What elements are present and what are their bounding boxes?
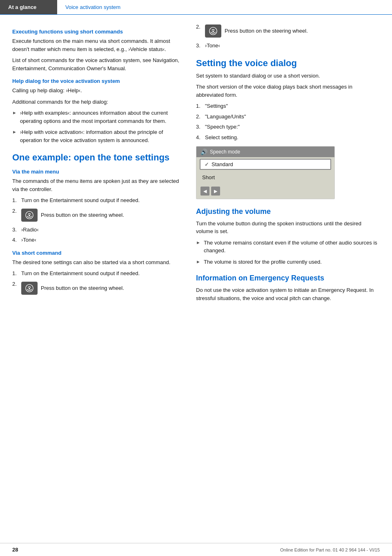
setting-step-2: 2. "Language/Units" (196, 113, 380, 121)
speech-mode-screenshot: 🔊 Speech mode ✓ Standard Short ◀ ▶ (196, 146, 335, 199)
adjusting-p: Turn the volume button during the spoken… (196, 220, 380, 236)
adjusting-title: Adjusting the volume (196, 207, 380, 216)
step-main-1: 1. Turn on the Entertainment sound outpu… (12, 196, 180, 205)
via-short-p: The desired tone settings can also be st… (12, 258, 180, 267)
bullet-arrow-icon-1: ► (12, 109, 17, 116)
help-bullet-text-1: ›Help with examples‹: announces informat… (20, 109, 180, 125)
emergency-title: Information on Emergency Requests (196, 274, 380, 283)
main-content: Executing functions using short commands… (0, 15, 392, 305)
setting-step-4: 4. Select setting. (196, 133, 380, 142)
speech-mode-body: ✓ Standard Short ◀ ▶ (196, 157, 334, 199)
right-step-3: 3. ›Tone‹ (196, 42, 380, 50)
step-short-1: 1. Turn on the Entertainment sound outpu… (12, 269, 180, 278)
bullet-arrow-adjust-1: ► (196, 239, 200, 246)
setting-steps-list: 1. "Settings" 2. "Language/Units" 3. "Sp… (196, 102, 380, 141)
help-bullet-1: ► ›Help with examples‹: announces inform… (12, 109, 180, 125)
via-short-title: Via short command (12, 250, 180, 256)
executing-p2: List of short commands for the voice act… (12, 56, 180, 72)
footer-edition-text: Online Edition for Part no. 01 40 2 964 … (280, 547, 380, 552)
executing-p1: Execute functions on the main menu via s… (12, 37, 180, 53)
help-dialog-title: Help dialog for the voice activation sys… (12, 78, 180, 84)
svg-point-1 (29, 215, 30, 216)
bullet-arrow-icon-2: ► (12, 129, 17, 136)
setting-step-1: 1. "Settings" (196, 102, 380, 110)
setting-step-3: 3. "Speech type:" (196, 123, 380, 131)
svg-point-3 (29, 288, 30, 289)
checkmark-icon: ✓ (205, 161, 209, 167)
help-dialog-p1: Calling up help dialog: ›Help‹. (12, 87, 180, 95)
help-dialog-p2: Additional commands for the help dialog: (12, 98, 180, 106)
help-bullets-list: ► ›Help with examples‹: announces inform… (12, 109, 180, 144)
adjust-bullet-text-1: The volume remains constant even if the … (204, 239, 380, 255)
left-column: Executing functions using short commands… (0, 23, 188, 305)
step-main-3: 3. ›Radio‹ (12, 226, 180, 234)
step-main-4: 4. ›Tone‹ (12, 236, 180, 244)
help-bullet-2: ► ›Help with voice activation‹: informat… (12, 128, 180, 144)
speech-mode-title: Speech mode (210, 149, 240, 155)
steering-wheel-button-icon-right (21, 282, 38, 295)
steering-wheel-button-icon-left (21, 209, 38, 222)
steps-main-list: 1. Turn on the Entertainment sound outpu… (12, 196, 180, 244)
page-number: 28 (12, 547, 18, 553)
emergency-p: Do not use the voice activation system t… (196, 286, 380, 302)
right-column: 2. Press button on the steering wheel. 3… (188, 23, 392, 305)
header-at-a-glance: At a glance (8, 4, 36, 10)
right-step-2: 2. Press button on the steering wheel. (196, 23, 380, 39)
speech-option-standard: ✓ Standard (200, 159, 331, 170)
speech-option-short: Short (196, 172, 334, 182)
via-main-title: Via the main menu (12, 169, 180, 175)
right-step-area: 2. Press button on the steering wheel. 3… (196, 23, 380, 50)
executing-title: Executing functions using short commands (12, 29, 180, 35)
header-voice-activation: Voice activation system (65, 4, 120, 10)
speech-mode-icon: 🔊 (200, 149, 207, 155)
adjust-bullet-1: ► The volume remains constant even if th… (196, 239, 380, 255)
nav-left-arrow[interactable]: ◀ (200, 187, 209, 196)
via-main-p: The commands of the menu items are spoke… (12, 177, 180, 193)
steering-btn-icon-r2 (205, 24, 221, 38)
page-footer: 28 Online Edition for Part no. 01 40 2 9… (0, 543, 392, 556)
header-section-right: Voice activation system (57, 0, 129, 14)
speech-nav-arrows: ◀ ▶ (196, 185, 334, 197)
page-header: At a glance Voice activation system (0, 0, 392, 15)
bullet-arrow-adjust-2: ► (196, 258, 200, 265)
step-short-2: 2. Press button on the steering wheel. (12, 280, 180, 296)
adjust-bullet-2: ► The volume is stored for the profile c… (196, 258, 380, 266)
adjust-bullets-list: ► The volume remains constant even if th… (196, 239, 380, 266)
help-bullet-text-2: ›Help with voice activation‹: informatio… (20, 128, 180, 144)
setting-voice-title: Setting the voice dialog (196, 58, 380, 69)
setting-voice-p2: The short version of the voice dialog pl… (196, 83, 380, 99)
svg-point-5 (212, 31, 214, 32)
header-section-left: At a glance (0, 0, 57, 14)
nav-right-arrow[interactable]: ▶ (211, 187, 220, 196)
adjust-bullet-text-2: The volume is stored for the profile cur… (204, 258, 322, 266)
speech-mode-header: 🔊 Speech mode (196, 147, 334, 157)
one-example-title: One example: open the tone settings (12, 152, 180, 163)
setting-voice-p1: Set system to standard dialog or use a s… (196, 72, 380, 80)
steps-short-list: 1. Turn on the Entertainment sound outpu… (12, 269, 180, 296)
step-main-2: 2. Press button on the steering wheel. (12, 207, 180, 223)
